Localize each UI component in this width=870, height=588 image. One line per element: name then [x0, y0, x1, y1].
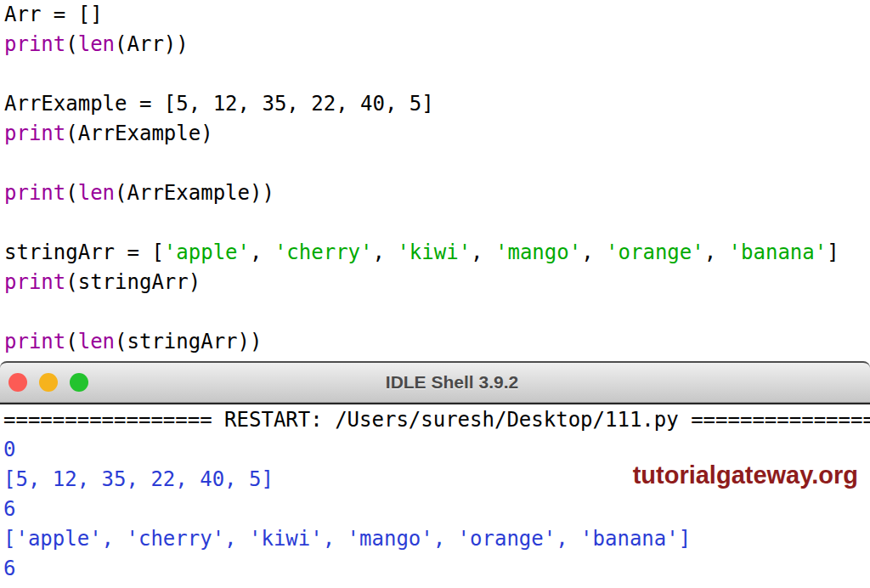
- code-token-plain: ]: [827, 240, 839, 264]
- code-line: print(len(Arr)): [4, 30, 870, 59]
- code-token-string: 'banana': [729, 240, 828, 264]
- code-token-string: 'orange': [606, 240, 704, 264]
- code-line: print(len(ArrExample)): [4, 178, 870, 208]
- code-token-plain: (ArrExample): [65, 122, 212, 145]
- code-token-builtin: print: [4, 122, 65, 145]
- code-line: print(stringArr): [4, 268, 870, 297]
- shell-line-stdout: 6: [3, 495, 870, 524]
- code-token-plain: stringArr = [: [4, 240, 164, 264]
- code-token-string: 'cherry': [274, 240, 373, 264]
- code-token-builtin: len: [78, 181, 115, 205]
- code-line: [4, 149, 870, 178]
- code-line: [4, 208, 870, 238]
- code-token-builtin: print: [4, 270, 65, 294]
- code-token-builtin: len: [78, 330, 115, 353]
- code-editor[interactable]: Arr = []print(len(Arr))ArrExample = [5, …: [0, 0, 870, 361]
- window-title: IDLE Shell 3.9.2: [386, 363, 518, 402]
- code-line: stringArr = ['apple', 'cherry', 'kiwi', …: [4, 238, 870, 268]
- zoom-button[interactable]: [70, 373, 88, 392]
- code-token-plain: (: [65, 181, 77, 205]
- code-token-plain: ,: [581, 240, 606, 264]
- watermark: tutorialgateway.org: [633, 461, 858, 489]
- code-token-string: 'mango': [495, 240, 581, 264]
- close-button[interactable]: [8, 373, 27, 392]
- code-token-builtin: len: [78, 32, 115, 56]
- code-token-plain: (stringArr): [65, 270, 201, 294]
- shell-line-stdout: ['apple', 'cherry', 'kiwi', 'mango', 'or…: [3, 524, 870, 554]
- code-token-builtin: print: [4, 330, 65, 353]
- code-token-plain: ,: [373, 240, 398, 264]
- code-token-plain: Arr = []: [4, 3, 103, 26]
- code-token-plain: ,: [250, 240, 274, 264]
- code-line: [4, 297, 870, 327]
- traffic-lights: [8, 363, 88, 402]
- shell-line-stdout: 6: [3, 554, 870, 584]
- code-token-plain: (Arr)): [115, 32, 189, 56]
- code-token-string: 'kiwi': [397, 240, 471, 264]
- idle-screen: Arr = []print(len(Arr))ArrExample = [5, …: [0, 0, 870, 588]
- code-token-builtin: print: [4, 181, 65, 205]
- code-line: ArrExample = [5, 12, 35, 22, 40, 5]: [4, 89, 870, 119]
- code-token-builtin: print: [4, 32, 65, 56]
- code-line: Arr = []: [4, 0, 870, 30]
- code-token-plain: ,: [704, 240, 729, 264]
- code-token-plain: (: [65, 330, 77, 353]
- code-token-plain: ,: [471, 240, 495, 264]
- code-line: print(ArrExample): [4, 119, 870, 149]
- code-line: [4, 59, 870, 89]
- code-token-plain: (: [65, 32, 77, 56]
- code-token-plain: ArrExample = [5, 12, 35, 22, 40, 5]: [4, 92, 434, 116]
- shell-line-console: ================= RESTART: /Users/suresh…: [3, 405, 870, 435]
- code-line: print(len(stringArr)): [4, 327, 870, 357]
- code-token-plain: (stringArr)): [115, 330, 262, 353]
- minimize-button[interactable]: [39, 373, 58, 392]
- titlebar: IDLE Shell 3.9.2: [0, 361, 870, 403]
- code-token-string: 'apple': [164, 240, 250, 264]
- code-token-plain: (ArrExample)): [115, 181, 274, 205]
- shell-line-stdout: 0: [3, 435, 870, 465]
- shell-output[interactable]: ================= RESTART: /Users/suresh…: [0, 403, 870, 588]
